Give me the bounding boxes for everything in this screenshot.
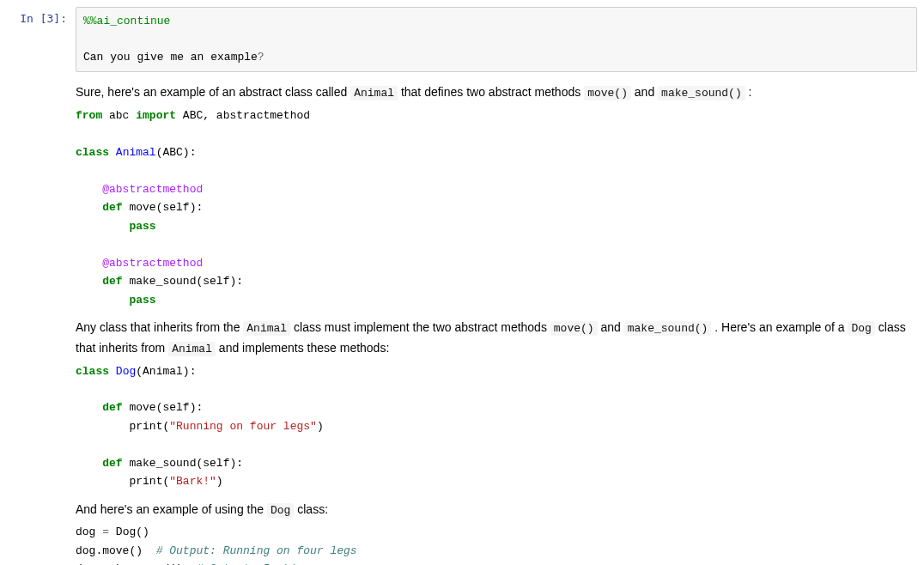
output-paragraph-1: Sure, here's an example of an abstract c…: [76, 82, 914, 103]
code-block-3: dog = Dog() dog.move() # Output: Running…: [76, 523, 914, 565]
inline-code: Animal: [350, 86, 398, 100]
inline-code: Dog: [267, 503, 294, 518]
inline-code: Animal: [243, 321, 290, 336]
code-block-1: from abc import ABC, abstractmethod clas…: [76, 106, 914, 309]
code-input[interactable]: %%ai_continue Can you give me an example…: [76, 7, 917, 72]
inline-code: Animal: [168, 342, 216, 356]
code-block-2: class Dog(Animal): def move(self): print…: [76, 362, 914, 491]
inline-code: make_sound(): [658, 86, 745, 100]
inline-code: move(): [550, 321, 598, 336]
inline-code: Dog: [848, 321, 874, 336]
output-paragraph-2: Any class that inherits from the Animal …: [76, 318, 914, 359]
question-mark: ?: [258, 51, 264, 64]
user-text: Can you give me an example: [83, 51, 258, 64]
code-cell: In [3]: %%ai_continue Can you give me an…: [7, 7, 917, 72]
inline-code: move(): [584, 86, 631, 100]
magic-command: %%ai_continue: [83, 15, 170, 27]
output-paragraph-3: And here's an example of using the Dog c…: [76, 500, 914, 520]
input-prompt: In [3]:: [7, 7, 76, 25]
cell-output: Sure, here's an example of an abstract c…: [76, 72, 917, 565]
inline-code: make_sound(): [624, 321, 712, 336]
